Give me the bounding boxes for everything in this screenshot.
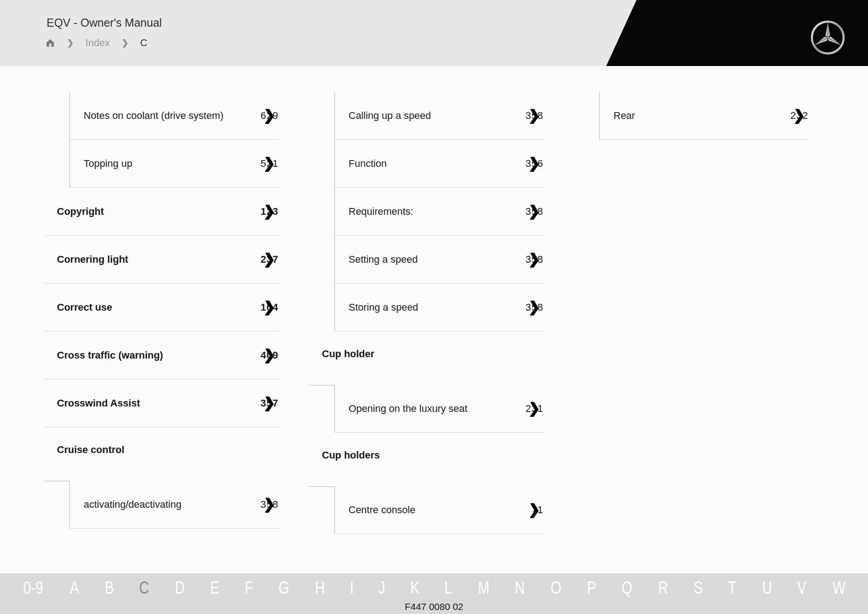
entry-label: Cruise control — [57, 444, 124, 456]
jump-arrow-icon: ❯ — [263, 347, 275, 362]
alphabet-letter-c[interactable]: C — [139, 578, 149, 599]
jump-arrow-icon: ❯ — [263, 496, 275, 511]
alphabet-letter-t[interactable]: T — [728, 578, 737, 599]
alphabet-letter-v[interactable]: V — [797, 578, 807, 599]
index-entry[interactable]: Topping up521❯ — [70, 140, 279, 188]
index-heading: Cup holders — [309, 433, 544, 478]
page-number: 358❯ — [518, 110, 544, 122]
alphabet-letter-w[interactable]: W — [833, 578, 846, 599]
alphabet-letter-l[interactable]: L — [444, 578, 452, 599]
page-number: 358❯ — [518, 302, 544, 313]
breadcrumb-current-letter: C — [140, 37, 147, 49]
entry-label: activating/deactivating — [84, 499, 181, 510]
entry-label: Crosswind Assist — [57, 397, 140, 409]
alphabet-letter-q[interactable]: Q — [622, 578, 632, 599]
index-entry[interactable]: Cornering light237❯ — [44, 236, 279, 283]
page-number: 123❯ — [253, 206, 279, 217]
page-number: 356❯ — [518, 158, 544, 170]
breadcrumb-index-link[interactable]: Index — [85, 37, 110, 49]
entry-label: Storing a speed — [349, 302, 418, 313]
jump-arrow-icon: ❯ — [528, 502, 540, 516]
document-code: F447 0080 02 — [0, 601, 868, 612]
mercedes-star-icon — [810, 20, 845, 55]
page-title: EQV - Owner's Manual — [47, 16, 162, 29]
alphabet-letter-k[interactable]: K — [410, 578, 419, 599]
index-entry[interactable]: Opening on the luxury seat231❯ — [335, 385, 544, 433]
page-number: 521❯ — [253, 158, 279, 170]
chevron-right-icon: ❯ — [67, 39, 74, 47]
index-column: Rear232❯ — [574, 92, 809, 140]
header-bar: EQV - Owner's Manual ❯ Index ❯ C — [0, 0, 868, 66]
alphabet-letter-i[interactable]: I — [350, 578, 354, 599]
jump-arrow-icon: ❯ — [263, 299, 275, 314]
entry-label: Topping up — [84, 158, 132, 170]
alphabet-letter-f[interactable]: F — [245, 578, 253, 599]
entry-label: Cup holders — [322, 449, 380, 461]
index-entry[interactable]: Cross traffic (warning)409❯ — [44, 331, 279, 379]
entry-label: Opening on the luxury seat — [349, 403, 467, 415]
jump-arrow-icon: ❯ — [263, 108, 275, 122]
jump-arrow-icon: ❯ — [528, 203, 540, 218]
jump-arrow-icon: ❯ — [263, 156, 275, 170]
jump-arrow-icon: ❯ — [528, 108, 540, 122]
jump-arrow-icon: ❯ — [263, 203, 275, 218]
index-entry[interactable]: Function356❯ — [335, 140, 544, 188]
index-entry[interactable]: Rear232❯ — [600, 92, 809, 140]
alphabet-letter-b[interactable]: B — [104, 578, 113, 599]
alphabet-letter-j[interactable]: J — [378, 578, 385, 599]
page-number: 232❯ — [783, 110, 809, 122]
page-number: 231❯ — [518, 403, 544, 415]
alphabet-letter-n[interactable]: N — [515, 578, 525, 599]
index-entry[interactable]: Crosswind Assist357❯ — [44, 379, 279, 427]
chevron-right-icon: ❯ — [122, 39, 128, 47]
index-subgroup: Calling up a speed358❯Function356❯Requir… — [334, 92, 544, 331]
page-number: 71❯ — [518, 504, 544, 516]
alphabet-letter-0-9[interactable]: 0-9 — [23, 578, 43, 599]
page-number: 358❯ — [253, 499, 279, 510]
index-column: Notes on coolant (drive system)629❯Toppi… — [44, 92, 279, 529]
jump-arrow-icon: ❯ — [528, 156, 540, 170]
alphabet-letter-d[interactable]: D — [175, 578, 185, 599]
index-entry[interactable]: Centre console71❯ — [335, 486, 544, 534]
jump-arrow-icon: ❯ — [528, 251, 540, 266]
entry-label: Copyright — [57, 206, 104, 217]
alphabet-letter-m[interactable]: M — [478, 578, 489, 599]
page-number: 409❯ — [253, 350, 279, 361]
alphabet-letter-u[interactable]: U — [762, 578, 772, 599]
index-entry[interactable]: activating/deactivating358❯ — [70, 481, 279, 529]
breadcrumb: ❯ Index ❯ C — [45, 37, 147, 49]
entry-label: Function — [349, 158, 387, 170]
alphabet-letters: 0-9ABCDEFGHIJKLMNOPQRSTUVW — [0, 573, 868, 599]
home-icon[interactable] — [45, 38, 55, 48]
entry-label: Notes on coolant (drive system) — [84, 110, 223, 122]
index-entry[interactable]: Notes on coolant (drive system)629❯ — [70, 92, 279, 140]
page-number: 358❯ — [518, 206, 544, 217]
entry-label: Setting a speed — [349, 254, 418, 265]
index-subgroup: Notes on coolant (drive system)629❯Toppi… — [69, 92, 279, 188]
index-entry[interactable]: Correct use104❯ — [44, 283, 279, 331]
alphabet-letter-p[interactable]: P — [587, 578, 596, 599]
alphabet-letter-e[interactable]: E — [210, 578, 219, 599]
index-entry[interactable]: Requirements:358❯ — [335, 188, 544, 236]
index-entry[interactable]: Setting a speed358❯ — [335, 236, 544, 283]
jump-arrow-icon: ❯ — [528, 299, 540, 314]
jump-arrow-icon: ❯ — [263, 395, 275, 410]
jump-arrow-icon: ❯ — [263, 251, 275, 266]
index-entry[interactable]: Calling up a speed358❯ — [335, 92, 544, 140]
alphabet-letter-o[interactable]: O — [551, 578, 561, 599]
index-entry[interactable]: Storing a speed358❯ — [335, 283, 544, 331]
entry-label: Calling up a speed — [349, 110, 431, 122]
alphabet-letter-g[interactable]: G — [278, 578, 289, 599]
index-entry[interactable]: Copyright123❯ — [44, 188, 279, 236]
entry-label: Rear — [613, 110, 635, 122]
alphabet-letter-s[interactable]: S — [693, 578, 703, 599]
brand-wedge — [0, 0, 868, 66]
alphabet-letter-h[interactable]: H — [315, 578, 325, 599]
index-column: Calling up a speed358❯Function356❯Requir… — [309, 92, 544, 534]
alphabet-letter-a[interactable]: A — [70, 578, 79, 599]
entry-label: Centre console — [349, 504, 415, 516]
alphabet-letter-r[interactable]: R — [658, 578, 668, 599]
entry-label: Requirements: — [349, 206, 413, 217]
index-subgroup: Opening on the luxury seat231❯ — [334, 385, 544, 433]
page-number: 357❯ — [253, 397, 279, 409]
